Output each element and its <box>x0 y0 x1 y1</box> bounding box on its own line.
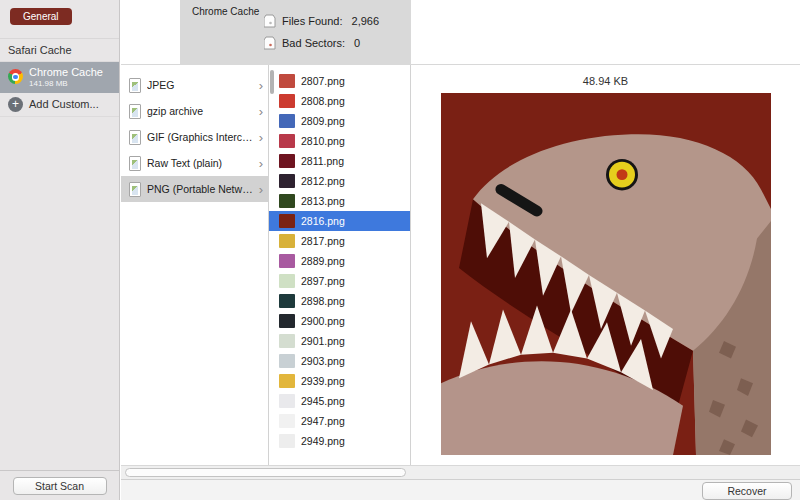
sidebar-item-add-custom[interactable]: +Add Custom... <box>0 93 119 117</box>
file-thumbnail <box>279 134 295 148</box>
trex-preview-graphic <box>441 93 771 455</box>
preview-file-size: 48.94 KB <box>411 65 800 87</box>
filetype-png-portable-network-graphics[interactable]: PNG (Portable Network Graphics)› <box>121 176 268 202</box>
file-thumbnail <box>279 154 295 168</box>
sidebar-item-chrome-cache[interactable]: Chrome Cache141.98 MB <box>0 62 119 93</box>
scan-source: Chrome Cache <box>192 4 254 17</box>
file-row-2817-png[interactable]: 2817.png <box>269 231 410 251</box>
chevron-right-icon: › <box>259 183 263 196</box>
file-row-2889-png[interactable]: 2889.png <box>269 251 410 271</box>
file-row-2901-png[interactable]: 2901.png <box>269 331 410 351</box>
file-name: 2810.png <box>301 135 345 147</box>
file-name: 2807.png <box>301 75 345 87</box>
file-thumbnail <box>279 74 295 88</box>
sidebar-footer: Start Scan <box>0 470 119 500</box>
scan-summary: Chrome Cache Files Found: 2,966 Bad Sect… <box>180 0 411 65</box>
file-thumbnail <box>279 174 295 188</box>
file-row-2807-png[interactable]: 2807.png <box>269 71 410 91</box>
file-name: 2903.png <box>301 355 345 367</box>
file-list-scrollbar[interactable] <box>270 70 274 94</box>
file-name: 2817.png <box>301 235 345 247</box>
filetype-raw-text-plain[interactable]: Raw Text (plain)› <box>121 150 268 176</box>
sidebar-item-label: Chrome Cache <box>29 66 103 79</box>
chevron-right-icon: › <box>259 157 263 170</box>
source-list: Safari CacheChrome Cache141.98 MB+Add Cu… <box>0 38 119 117</box>
file-row-2900-png[interactable]: 2900.png <box>269 311 410 331</box>
file-name: 2809.png <box>301 115 345 127</box>
preview-image <box>441 93 771 455</box>
scan-source-label: Chrome Cache <box>192 6 254 17</box>
disk-image-icon <box>264 14 277 28</box>
sidebar-item-safari-cache[interactable]: Safari Cache <box>0 39 119 62</box>
filetype-column: JPEG›gzip archive›GIF (Graphics Intercha… <box>121 65 269 465</box>
sidebar-item-text: Safari Cache <box>8 44 72 57</box>
filetype-gzip-archive[interactable]: gzip archive› <box>121 98 268 124</box>
file-row-2947-png[interactable]: 2947.png <box>269 411 410 431</box>
horizontal-scrollbar[interactable] <box>121 465 800 479</box>
file-name: 2889.png <box>301 255 345 267</box>
file-thumbnail <box>279 434 295 448</box>
file-row-2809-png[interactable]: 2809.png <box>269 111 410 131</box>
file-row-2813-png[interactable]: 2813.png <box>269 191 410 211</box>
main-content: Chrome Cache Files Found: 2,966 Bad Sect… <box>121 0 800 500</box>
filetype-label: PNG (Portable Network Graphics) <box>147 183 253 195</box>
file-row-2812-png[interactable]: 2812.png <box>269 171 410 191</box>
sidebar-item-text: Chrome Cache141.98 MB <box>29 66 103 88</box>
bad-sectors-stat: Bad Sectors: 0 <box>264 32 379 54</box>
filetype-label: GIF (Graphics Interchange Format) <box>147 131 253 143</box>
file-name: 2939.png <box>301 375 345 387</box>
tab-general[interactable]: General <box>10 8 72 25</box>
recover-button[interactable]: Recover <box>702 482 792 500</box>
file-type-icon <box>129 104 141 119</box>
file-row-2808-png[interactable]: 2808.png <box>269 91 410 111</box>
filetype-gif-graphics-interchange-format[interactable]: GIF (Graphics Interchange Format)› <box>121 124 268 150</box>
chevron-right-icon: › <box>259 131 263 144</box>
file-name: 2813.png <box>301 195 345 207</box>
chevron-right-icon: › <box>259 79 263 92</box>
files-found-label: Files Found: <box>282 15 343 27</box>
file-name: 2949.png <box>301 435 345 447</box>
file-row-2939-png[interactable]: 2939.png <box>269 371 410 391</box>
file-row-2811-png[interactable]: 2811.png <box>269 151 410 171</box>
file-type-icon <box>129 78 141 93</box>
file-row-2903-png[interactable]: 2903.png <box>269 351 410 371</box>
file-thumbnail <box>279 354 295 368</box>
sidebar-item-label: Add Custom... <box>29 98 99 111</box>
topbar: Chrome Cache Files Found: 2,966 Bad Sect… <box>121 0 800 65</box>
file-name: 2808.png <box>301 95 345 107</box>
file-row-2945-png[interactable]: 2945.png <box>269 391 410 411</box>
file-thumbnail <box>279 194 295 208</box>
file-name: 2945.png <box>301 395 345 407</box>
file-thumbnail <box>279 214 295 228</box>
files-found-stat: Files Found: 2,966 <box>264 10 379 32</box>
sidebar: General Safari CacheChrome Cache141.98 M… <box>0 0 120 500</box>
start-scan-button[interactable]: Start Scan <box>13 477 107 495</box>
file-row-2816-png[interactable]: 2816.png <box>269 211 410 231</box>
sidebar-item-text: Add Custom... <box>29 98 99 111</box>
preview-pane: 48.94 KB <box>411 65 800 465</box>
file-thumbnail <box>279 114 295 128</box>
file-thumbnail <box>279 94 295 108</box>
file-thumbnail <box>279 374 295 388</box>
file-column: 2807.png2808.png2809.png2810.png2811.png… <box>269 65 411 465</box>
file-name: 2812.png <box>301 175 345 187</box>
file-thumbnail <box>279 234 295 248</box>
file-row-2897-png[interactable]: 2897.png <box>269 271 410 291</box>
file-row-2898-png[interactable]: 2898.png <box>269 291 410 311</box>
file-browser: JPEG›gzip archive›GIF (Graphics Intercha… <box>121 65 800 465</box>
bad-sectors-icon <box>264 36 277 50</box>
filetype-jpeg[interactable]: JPEG› <box>121 72 268 98</box>
file-type-icon <box>129 156 141 171</box>
bad-sectors-label: Bad Sectors: <box>282 37 345 49</box>
file-list: 2807.png2808.png2809.png2810.png2811.png… <box>269 71 410 451</box>
filetype-label: Raw Text (plain) <box>147 157 253 169</box>
file-row-2810-png[interactable]: 2810.png <box>269 131 410 151</box>
file-name: 2900.png <box>301 315 345 327</box>
file-name: 2816.png <box>301 215 345 227</box>
sidebar-item-label: Safari Cache <box>8 44 72 57</box>
chrome-icon <box>8 69 23 84</box>
file-thumbnail <box>279 274 295 288</box>
horizontal-scrollbar-thumb[interactable] <box>125 468 406 477</box>
file-thumbnail <box>279 414 295 428</box>
file-row-2949-png[interactable]: 2949.png <box>269 431 410 451</box>
